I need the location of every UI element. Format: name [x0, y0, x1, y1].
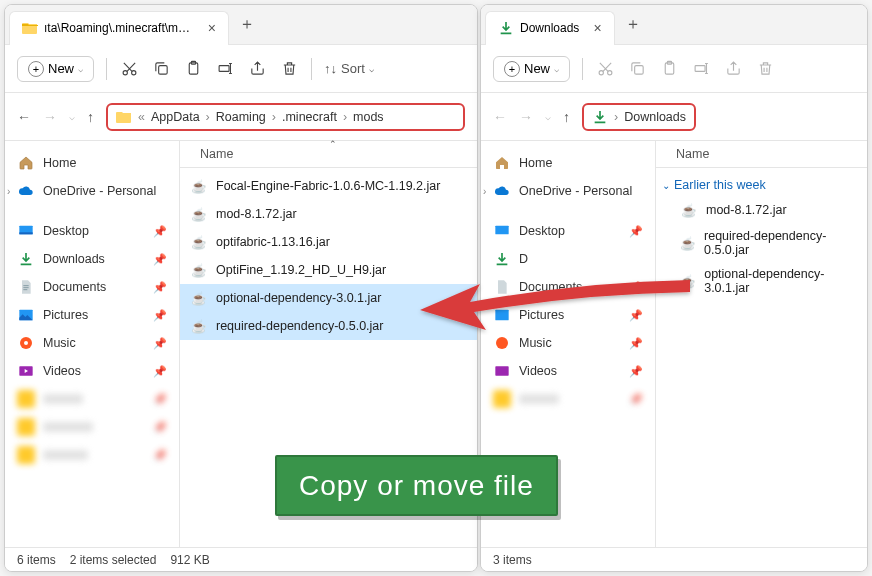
download-icon	[493, 250, 511, 268]
column-label: Name	[200, 147, 233, 161]
breadcrumb[interactable]: › Downloads	[582, 103, 696, 131]
share-icon[interactable]	[247, 59, 267, 79]
crumb-minecraft[interactable]: .minecraft	[282, 110, 337, 124]
jar-icon: ☕	[190, 317, 208, 335]
paste-icon[interactable]	[183, 59, 203, 79]
new-tab-button[interactable]: ＋	[625, 14, 641, 35]
file-row[interactable]: ☕Focal-Engine-Fabric-1.0.6-MC-1.19.2.jar	[180, 172, 477, 200]
svg-point-20	[496, 337, 508, 349]
sidebar-item-videos[interactable]: Videos 📌	[481, 357, 655, 385]
file-row[interactable]: ☕required-dependency-0.5.0.jar	[656, 224, 867, 262]
home-icon	[17, 154, 35, 172]
sidebar-item-home[interactable]: Home	[5, 149, 179, 177]
cut-icon[interactable]	[119, 59, 139, 79]
pictures-icon	[493, 306, 511, 324]
jar-icon: ☕	[190, 205, 208, 223]
file-name: optional-dependency-3.0.1.jar	[216, 291, 381, 305]
pin-icon: 📌	[629, 309, 643, 322]
forward-button[interactable]: →	[43, 109, 57, 125]
crumb-downloads[interactable]: Downloads	[624, 110, 686, 124]
crumb-roaming[interactable]: Roaming	[216, 110, 266, 124]
rename-icon[interactable]	[691, 59, 711, 79]
sidebar-item-blurred[interactable]: 📌	[481, 385, 655, 413]
cloud-icon	[493, 182, 511, 200]
file-row[interactable]: ☕optifabric-1.13.16.jar	[180, 228, 477, 256]
column-header-name[interactable]: Name ⌃	[180, 141, 477, 168]
sidebar-item-blurred[interactable]: 📌	[5, 385, 179, 413]
tab-active[interactable]: Downloads ×	[485, 11, 615, 45]
file-list: ⌄ Earlier this week ☕mod-8.1.72.jar ☕req…	[656, 168, 867, 547]
group-label: Earlier this week	[674, 178, 766, 192]
cut-icon[interactable]	[595, 59, 615, 79]
file-row[interactable]: ☕optional-dependency-3.0.1.jar	[656, 262, 867, 300]
back-button[interactable]: ←	[17, 109, 31, 125]
sidebar-label: Downloads	[43, 252, 105, 266]
rename-icon[interactable]	[215, 59, 235, 79]
new-button[interactable]: + New ⌵	[493, 56, 570, 82]
sort-button[interactable]: ↑↓ Sort ⌵	[324, 61, 374, 76]
close-icon[interactable]: ×	[593, 20, 601, 36]
sidebar-item-music[interactable]: Music 📌	[481, 329, 655, 357]
forward-button[interactable]: →	[519, 109, 533, 125]
sidebar-item-onedrive[interactable]: › OneDrive - Personal	[481, 177, 655, 205]
column-label: Name	[676, 147, 709, 161]
new-button[interactable]: + New ⌵	[17, 56, 94, 82]
jar-icon: ☕	[190, 177, 208, 195]
chevron-down-icon[interactable]: ⌵	[545, 111, 551, 122]
sidebar-label: Documents	[43, 280, 106, 294]
delete-icon[interactable]	[279, 59, 299, 79]
column-header-name[interactable]: Name	[656, 141, 867, 168]
svg-point-1	[131, 71, 135, 75]
sidebar-item-blurred[interactable]: 📌	[5, 441, 179, 469]
back-button[interactable]: ←	[493, 109, 507, 125]
sidebar-item-pictures[interactable]: Pictures 📌	[481, 301, 655, 329]
file-row[interactable]: ☕optional-dependency-3.0.1.jar	[180, 284, 477, 312]
file-row[interactable]: ☕OptiFine_1.19.2_HD_U_H9.jar	[180, 256, 477, 284]
crumb-mods[interactable]: mods	[353, 110, 384, 124]
toolbar: + New ⌵ ↑↓ Sort ⌵	[5, 45, 477, 93]
chevron-right-icon: ›	[343, 110, 347, 124]
sidebar-item-music[interactable]: Music 📌	[5, 329, 179, 357]
file-row[interactable]: ☕required-dependency-0.5.0.jar	[180, 312, 477, 340]
paste-icon[interactable]	[659, 59, 679, 79]
file-name: Focal-Engine-Fabric-1.0.6-MC-1.19.2.jar	[216, 179, 440, 193]
chevron-down-icon[interactable]: ⌵	[69, 111, 75, 122]
status-item-count: 3 items	[493, 553, 532, 567]
sidebar-item-documents[interactable]: Documents 📌	[481, 273, 655, 301]
breadcrumb[interactable]: « AppData › Roaming › .minecraft › mods	[106, 103, 465, 131]
copy-icon[interactable]	[151, 59, 171, 79]
titlebar: Downloads × ＋	[481, 5, 867, 45]
sidebar-item-home[interactable]: Home	[481, 149, 655, 177]
sidebar-item-desktop[interactable]: Desktop 📌	[481, 217, 655, 245]
sidebar-item-downloads[interactable]: Downloads 📌	[5, 245, 179, 273]
file-name: mod-8.1.72.jar	[706, 203, 787, 217]
sidebar-item-pictures[interactable]: Pictures 📌	[5, 301, 179, 329]
close-icon[interactable]: ×	[208, 20, 216, 36]
delete-icon[interactable]	[755, 59, 775, 79]
copy-icon[interactable]	[627, 59, 647, 79]
sidebar-label: Documents	[519, 280, 582, 294]
tab-active[interactable]: ıta\Roaming\.minecraft\mods ×	[9, 11, 229, 45]
up-button[interactable]: ↑	[563, 109, 570, 125]
tab-title: Downloads	[520, 21, 579, 35]
up-button[interactable]: ↑	[87, 109, 94, 125]
group-header[interactable]: ⌄ Earlier this week	[656, 172, 867, 196]
sidebar-item-videos[interactable]: Videos 📌	[5, 357, 179, 385]
content: Name ⌄ Earlier this week ☕mod-8.1.72.jar…	[656, 141, 867, 547]
new-tab-button[interactable]: ＋	[239, 14, 255, 35]
sort-icon: ↑↓	[324, 61, 337, 76]
pin-icon: 📌	[153, 309, 167, 322]
svg-rect-7	[19, 232, 32, 234]
sidebar-item-blurred[interactable]: 📌	[5, 413, 179, 441]
sidebar-item-desktop[interactable]: Desktop 📌	[5, 217, 179, 245]
sidebar-item-documents[interactable]: Documents 📌	[5, 273, 179, 301]
crumb-appdata[interactable]: AppData	[151, 110, 200, 124]
share-icon[interactable]	[723, 59, 743, 79]
chevron-right-icon: ›	[206, 110, 210, 124]
file-row[interactable]: ☕mod-8.1.72.jar	[180, 200, 477, 228]
sort-label: Sort	[341, 61, 365, 76]
sidebar-item-onedrive[interactable]: › OneDrive - Personal	[5, 177, 179, 205]
chevron-right-icon: ›	[7, 186, 10, 197]
file-row[interactable]: ☕mod-8.1.72.jar	[656, 196, 867, 224]
sidebar-item-downloads[interactable]: D	[481, 245, 655, 273]
